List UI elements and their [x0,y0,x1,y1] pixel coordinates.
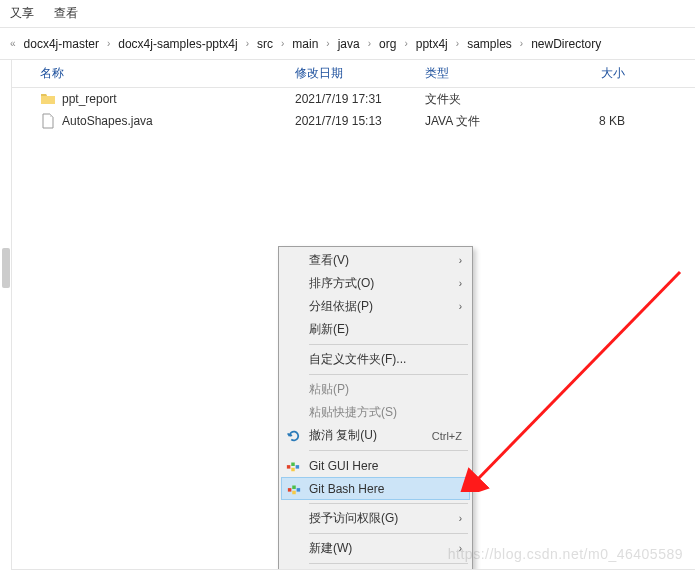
file-type: JAVA 文件 [425,113,545,130]
chevron-right-icon: › [366,38,373,49]
chevron-right-icon: › [459,301,462,312]
git-icon [286,481,302,497]
menu-group[interactable]: 分组依据(P)› [281,295,470,318]
menu-access[interactable]: 授予访问权限(G)› [281,507,470,530]
crumb-5[interactable]: org [373,33,402,55]
svg-rect-2 [296,465,300,469]
crumb-4[interactable]: java [332,33,366,55]
menu-refresh[interactable]: 刷新(E) [281,318,470,341]
svg-rect-1 [291,462,295,466]
separator [309,563,468,564]
separator [309,344,468,345]
scrollbar-thumb[interactable] [2,248,10,288]
file-size: 8 KB [545,114,625,128]
file-name: AutoShapes.java [62,114,295,128]
menu-view[interactable]: 查看(V)› [281,249,470,272]
crumb-6[interactable]: pptx4j [410,33,454,55]
menu-undo[interactable]: 撤消 复制(U)Ctrl+Z [281,424,470,447]
chevron-right-icon: › [518,38,525,49]
svg-rect-6 [297,488,301,492]
crumb-8[interactable]: newDirectory [525,33,607,55]
chevron-right-icon: › [459,513,462,524]
crumb-7[interactable]: samples [461,33,518,55]
file-date: 2021/7/19 17:31 [295,92,425,106]
menu-paste-shortcut: 粘贴快捷方式(S) [281,401,470,424]
col-name[interactable]: 名称 [40,65,295,82]
chevron-right-icon: › [459,255,462,266]
chevron-right-icon: › [244,38,251,49]
separator [309,450,468,451]
chevron-right-icon: › [402,38,409,49]
breadcrumb[interactable]: « docx4j-master › docx4j-samples-pptx4j … [0,28,695,60]
folder-icon [40,91,56,107]
menu-new[interactable]: 新建(W)› [281,537,470,560]
navigation-pane-stub [0,60,12,570]
menu-paste: 粘贴(P) [281,378,470,401]
context-menu: 查看(V)› 排序方式(O)› 分组依据(P)› 刷新(E) 自定义文件夹(F)… [278,246,473,570]
col-date[interactable]: 修改日期 [295,65,425,82]
watermark: https://blog.csdn.net/m0_46405589 [448,546,683,562]
menu-share[interactable]: 又享 [10,5,34,22]
crumb-0[interactable]: docx4j-master [18,33,105,55]
crumb-1[interactable]: docx4j-samples-pptx4j [112,33,243,55]
separator [309,533,468,534]
chevron-right-icon: › [279,38,286,49]
col-size[interactable]: 大小 [545,65,625,82]
file-icon [40,113,56,129]
svg-rect-5 [292,485,296,489]
table-row[interactable]: ppt_report 2021/7/19 17:31 文件夹 [12,88,695,110]
separator [309,503,468,504]
menu-git-bash[interactable]: Git Bash Here [281,477,470,500]
breadcrumb-overflow[interactable]: « [8,38,18,49]
column-headers[interactable]: 名称 修改日期 类型 大小 [12,60,695,88]
menu-view[interactable]: 查看 [54,5,78,22]
crumb-2[interactable]: src [251,33,279,55]
file-type: 文件夹 [425,91,545,108]
chevron-right-icon: › [454,38,461,49]
git-icon [285,458,301,474]
crumb-3[interactable]: main [286,33,324,55]
chevron-right-icon: › [105,38,112,49]
svg-rect-3 [291,467,295,471]
menu-git-gui[interactable]: Git GUI Here [281,454,470,477]
svg-rect-7 [292,490,296,494]
col-type[interactable]: 类型 [425,65,545,82]
table-row[interactable]: AutoShapes.java 2021/7/19 15:13 JAVA 文件 … [12,110,695,132]
separator [309,374,468,375]
chevron-right-icon: › [459,278,462,289]
file-date: 2021/7/19 15:13 [295,114,425,128]
undo-icon [285,428,301,444]
chevron-right-icon: › [324,38,331,49]
top-menu-bar: 又享 查看 [0,0,695,28]
menu-sort[interactable]: 排序方式(O)› [281,272,470,295]
file-name: ppt_report [62,92,295,106]
svg-rect-4 [288,488,292,492]
menu-customize[interactable]: 自定义文件夹(F)... [281,348,470,371]
svg-rect-0 [287,465,291,469]
